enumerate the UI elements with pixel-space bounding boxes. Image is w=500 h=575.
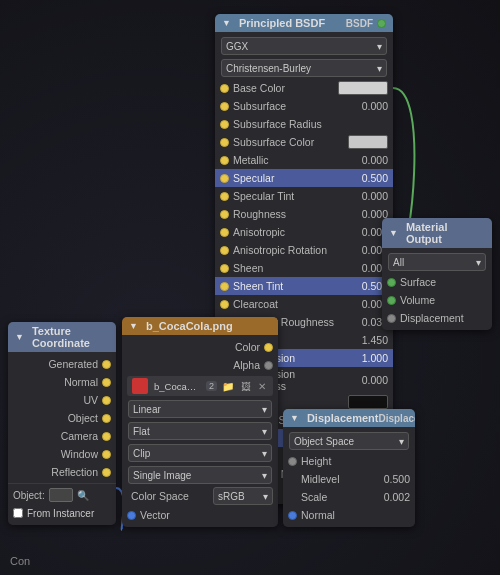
chevron-icon: ▼ (222, 18, 231, 28)
sheen-tint-row: Sheen Tint 0.500 (215, 277, 393, 295)
vector-input-row: Vector (122, 506, 278, 524)
subsurface-socket[interactable] (220, 102, 229, 111)
volume-row: Volume (382, 291, 492, 309)
projection-select[interactable]: Clip ▾ (128, 444, 272, 462)
image-thumbnail (132, 378, 148, 394)
displacement-row: Displacement (382, 309, 492, 327)
output-filter-row: All ▾ (382, 251, 492, 273)
reflection-row: Reflection (8, 463, 116, 481)
clearcoat-row: Clearcoat 0.000 (215, 295, 393, 313)
displacement-space-select[interactable]: Object Space ▾ (289, 432, 409, 450)
base-color-row: Base Color (215, 79, 393, 97)
window-socket[interactable] (102, 450, 111, 459)
generated-socket[interactable] (102, 360, 111, 369)
image-icon[interactable]: 🖼 (239, 381, 253, 392)
displacement-normal-socket[interactable] (288, 511, 297, 520)
subsurface-color-socket[interactable] (220, 138, 229, 147)
subsurface-color-row: Subsurface Color (215, 133, 393, 151)
window-row: Window (8, 445, 116, 463)
folder-icon[interactable]: 📁 (220, 381, 236, 392)
height-socket[interactable] (288, 457, 297, 466)
anisotropic-rotation-row: Anisotropic Rotation 0.000 (215, 241, 393, 259)
bsdf-output-label: BSDF (346, 18, 373, 29)
specular-tint-row: Specular Tint 0.000 (215, 187, 393, 205)
displacement-body: Object Space ▾ Height Midlevel 0.500 Sca… (283, 427, 415, 527)
subsurface-radius-socket[interactable] (220, 120, 229, 129)
emission-swatch[interactable] (348, 395, 388, 409)
extension-select[interactable]: Flat ▾ (128, 422, 272, 440)
alpha-output-socket[interactable] (264, 361, 273, 370)
height-input-row: Height (283, 452, 415, 470)
color-output-socket[interactable] (264, 343, 273, 352)
object-coord-socket[interactable] (102, 414, 111, 423)
normal-coord-row: Normal (8, 373, 116, 391)
normal-coord-socket[interactable] (102, 378, 111, 387)
alpha-output-row: Alpha (122, 356, 278, 374)
displacement-output-label: Displacement (378, 413, 415, 424)
anisotropic-socket[interactable] (220, 228, 229, 237)
volume-socket[interactable] (387, 296, 396, 305)
vector-input-socket[interactable] (127, 511, 136, 520)
bcocacola-header[interactable]: ▼ b_CocaCola.png (122, 317, 278, 335)
source-row: Single Image ▾ (122, 464, 278, 486)
subsurface-color-swatch[interactable] (348, 135, 388, 149)
displacement-header[interactable]: ▼ Displacement Displacement (283, 409, 415, 427)
interpolation-row: Linear ▾ (122, 398, 278, 420)
sheen-tint-socket[interactable] (220, 282, 229, 291)
material-output-header[interactable]: ▼ Material Output (382, 218, 492, 248)
principled-bsdf-header[interactable]: ▼ Principled BSDF BSDF (215, 14, 393, 32)
chevron-icon: ▼ (129, 321, 138, 331)
surface-row: Surface (382, 273, 492, 291)
specular-tint-socket[interactable] (220, 192, 229, 201)
texture-coordinate-node: ▼ Texture Coordinate Generated Normal UV… (8, 322, 116, 525)
displacement-socket[interactable] (387, 314, 396, 323)
subsurface-radius-row: Subsurface Radius (215, 115, 393, 133)
clearcoat-socket[interactable] (220, 300, 229, 309)
chevron-icon: ▼ (389, 228, 398, 238)
metallic-row: Metallic 0.000 (215, 151, 393, 169)
color-output-row: Color (122, 338, 278, 356)
bottom-label: Con (10, 555, 30, 567)
material-output-node: ▼ Material Output All ▾ Surface Volume D… (382, 218, 492, 330)
projection-row: Clip ▾ (122, 442, 278, 464)
distribution-select[interactable]: GGX ▾ (221, 37, 387, 55)
colorspace-select[interactable]: sRGB ▾ (213, 487, 273, 505)
close-icon[interactable]: ✕ (256, 381, 268, 392)
tex-coord-title: Texture Coordinate (32, 325, 109, 349)
camera-socket[interactable] (102, 432, 111, 441)
source-select[interactable]: Single Image ▾ (128, 466, 272, 484)
sheen-row: Sheen 0.000 (215, 259, 393, 277)
from-instancer-checkbox[interactable] (13, 508, 23, 518)
uv-socket[interactable] (102, 396, 111, 405)
object-field-row: Object: 🔍 (8, 486, 116, 504)
material-output-title: Material Output (406, 221, 485, 245)
interpolation-select[interactable]: Linear ▾ (128, 400, 272, 418)
tex-coord-body: Generated Normal UV Object Camera Window… (8, 352, 116, 525)
bcocacola-node: ▼ b_CocaCola.png Color Alpha b_CocaCo...… (122, 317, 278, 527)
metallic-socket[interactable] (220, 156, 229, 165)
output-filter-select[interactable]: All ▾ (388, 253, 486, 271)
object-value-field[interactable] (49, 488, 73, 502)
base-color-socket[interactable] (220, 84, 229, 93)
colorspace-row: Color Space sRGB ▾ (122, 486, 278, 506)
reflection-socket[interactable] (102, 468, 111, 477)
extension-row: Flat ▾ (122, 420, 278, 442)
specular-socket[interactable] (220, 174, 229, 183)
principled-bsdf-title: Principled BSDF (239, 17, 325, 29)
bcocacola-body: Color Alpha b_CocaCo... 2 📁 🖼 ✕ Linear ▾ (122, 335, 278, 527)
surface-socket[interactable] (387, 278, 396, 287)
from-instancer-row: From Instancer (8, 504, 116, 522)
base-color-swatch[interactable] (338, 81, 388, 95)
sheen-socket[interactable] (220, 264, 229, 273)
subsurface-method-select[interactable]: Christensen-Burley ▾ (221, 59, 387, 77)
object-browse-icon[interactable]: 🔍 (77, 490, 89, 501)
scale-row: Scale 0.002 (283, 488, 415, 506)
uv-row: UV (8, 391, 116, 409)
tex-coord-header[interactable]: ▼ Texture Coordinate (8, 322, 116, 352)
subsurface-method-row: Christensen-Burley ▾ (215, 57, 393, 79)
roughness-socket[interactable] (220, 210, 229, 219)
displacement-node: ▼ Displacement Displacement Object Space… (283, 409, 415, 527)
bsdf-output-socket[interactable] (377, 19, 386, 28)
file-row: b_CocaCo... 2 📁 🖼 ✕ (127, 376, 273, 396)
anisotropic-rotation-socket[interactable] (220, 246, 229, 255)
